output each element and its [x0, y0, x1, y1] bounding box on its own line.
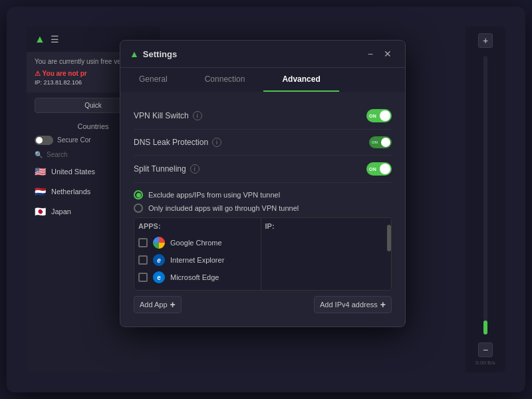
- vpn-kill-switch-row: VPN Kill Switch i ON: [134, 102, 392, 130]
- app-item-chrome[interactable]: Google Chrome: [138, 234, 257, 251]
- split-tunneling-options: Exclude apps/IPs from using VPN tunnel O…: [134, 183, 392, 217]
- speed-bar-fill: [483, 321, 487, 334]
- dns-leak-info-icon[interactable]: i: [212, 138, 221, 147]
- zoom-out-button[interactable]: −: [478, 342, 493, 357]
- split-tunneling-row: Split Tunneling i ON: [134, 156, 392, 183]
- ip-header: IP:: [265, 222, 384, 230]
- scrollbar-thumb[interactable]: [387, 225, 391, 251]
- app-item-edge[interactable]: e Microsoft Edge: [138, 269, 257, 286]
- split-toggle-label: ON: [369, 167, 376, 172]
- radio-exclude-label: Exclude apps/IPs from using VPN tunnel: [148, 191, 280, 199]
- nl-flag-icon: 🇳🇱: [35, 186, 46, 197]
- country-name-nl: Netherlands: [51, 188, 90, 196]
- dns-leak-label: DNS Leak Protection i: [134, 138, 221, 147]
- hamburger-icon[interactable]: ☰: [51, 34, 59, 45]
- edge-checkbox[interactable]: [138, 273, 148, 282]
- add-ipv4-icon: +: [380, 299, 386, 310]
- modal-vpn-logo-icon: ▲: [130, 49, 139, 59]
- modal-titlebar: ▲ Settings − ✕: [120, 41, 405, 68]
- radio-exclude[interactable]: Exclude apps/IPs from using VPN tunnel: [134, 188, 392, 201]
- kill-switch-toggle-label: ON: [369, 114, 376, 118]
- split-toggle-knob: [380, 164, 390, 174]
- vpn-kill-switch-label: VPN Kill Switch i: [134, 111, 202, 120]
- scrollbar-track: [387, 218, 391, 290]
- apps-ip-container: APPS: Google Chrome e Internet Explorer: [134, 217, 392, 291]
- dns-leak-protection-row: DNS Leak Protection i ON: [134, 130, 392, 156]
- speed-label: 0.00 B/s: [475, 360, 495, 366]
- tab-connection[interactable]: Connection: [186, 68, 264, 92]
- country-name-us: United States: [51, 168, 95, 176]
- dns-toggle-label: ON: [372, 140, 378, 144]
- ie-label: Internet Explorer: [170, 256, 224, 264]
- speed-panel: + − 0.00 B/s: [466, 27, 505, 372]
- add-ipv4-button[interactable]: Add IPv4 address +: [314, 296, 392, 313]
- tab-advanced[interactable]: Advanced: [263, 68, 338, 92]
- kill-switch-toggle-knob: [380, 110, 390, 121]
- add-app-label: Add App: [140, 301, 168, 309]
- split-tunneling-toggle[interactable]: ON: [366, 162, 392, 176]
- country-name-jp: Japan: [51, 207, 71, 215]
- settings-tabs: General Connection Advanced: [120, 68, 405, 92]
- zoom-in-button[interactable]: +: [478, 33, 493, 48]
- secure-conn-label: Secure Cor: [57, 136, 91, 144]
- radio-exclude-dot: [134, 190, 143, 200]
- radio-exclude-fill: [136, 193, 141, 198]
- add-ipv4-label: Add IPv4 address: [320, 301, 378, 309]
- edge-icon: e: [153, 271, 165, 283]
- kill-switch-info-icon[interactable]: i: [193, 111, 202, 120]
- modal-minimize-button[interactable]: −: [364, 47, 377, 61]
- radio-include-label: Only included apps will go through VPN t…: [148, 204, 299, 212]
- vpn-logo-icon: ▲: [35, 33, 45, 45]
- vpn-kill-switch-toggle[interactable]: ON: [366, 109, 392, 122]
- split-tunneling-label: Split Tunneling i: [134, 164, 200, 174]
- ie-icon: e: [153, 254, 165, 266]
- jp-flag-icon: 🇯🇵: [35, 206, 46, 217]
- modal-content: VPN Kill Switch i ON DNS Leak Protection…: [120, 92, 405, 327]
- apps-header: APPS:: [138, 222, 257, 230]
- secure-conn-toggle[interactable]: [35, 136, 53, 145]
- modal-title: Settings: [143, 49, 364, 59]
- settings-modal: ▲ Settings − ✕ General Connection Advanc…: [120, 40, 406, 327]
- edge-label: Microsoft Edge: [170, 273, 219, 281]
- radio-include-dot: [134, 203, 143, 213]
- ip-list: IP:: [261, 218, 388, 290]
- chrome-checkbox[interactable]: [138, 238, 148, 247]
- tab-general[interactable]: General: [120, 68, 186, 92]
- add-app-button[interactable]: Add App +: [134, 296, 182, 313]
- split-tunneling-info-icon[interactable]: i: [190, 164, 200, 174]
- speed-bar: [483, 56, 487, 334]
- chrome-label: Google Chrome: [170, 239, 222, 247]
- radio-include[interactable]: Only included apps will go through VPN t…: [134, 201, 392, 215]
- chrome-icon: [153, 237, 165, 249]
- search-icon: 🔍: [35, 151, 43, 158]
- search-label: Search: [47, 151, 68, 158]
- modal-close-button[interactable]: ✕: [380, 47, 396, 61]
- dns-toggle-knob: [381, 138, 390, 147]
- add-row: Add App + Add IPv4 address +: [134, 291, 392, 316]
- add-app-icon: +: [170, 299, 176, 310]
- ie-checkbox[interactable]: [138, 255, 148, 265]
- app-item-ie[interactable]: e Internet Explorer: [138, 251, 257, 269]
- dns-leak-toggle[interactable]: ON: [369, 136, 392, 148]
- us-flag-icon: 🇺🇸: [35, 166, 46, 177]
- apps-list: APPS: Google Chrome e Internet Explorer: [134, 218, 261, 290]
